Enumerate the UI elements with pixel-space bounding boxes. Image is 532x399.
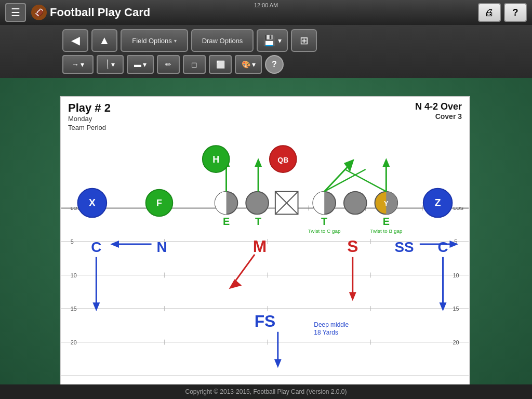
toolbar-row-2: → ▾ ╱ ▾ ▬ ▾ ✏ ◻ ⬜ 🎨 ▾ ? [62, 55, 470, 74]
draw-options-button[interactable]: Draw Options [191, 29, 254, 52]
add-play-button[interactable]: ⊞ [291, 29, 317, 52]
app-logo: 🏈 Football Play Card [31, 5, 150, 20]
print-icon: 🖨 [485, 7, 494, 18]
toolbar-row-1: ◀ ▲ Field Options ▾ Draw Options 💾 ▾ ⊞ [62, 29, 470, 52]
svg-line-56 [324, 169, 365, 192]
image-tool-button[interactable]: ⬜ [209, 55, 232, 74]
svg-text:15: 15 [71, 305, 77, 312]
color-dropdown-icon: ▾ [252, 60, 256, 69]
svg-marker-85 [440, 302, 447, 311]
shape-tool-button[interactable]: ▬ ▾ [127, 55, 154, 74]
svg-text:M: M [253, 237, 267, 256]
add-icon: ⊞ [300, 34, 309, 47]
line-dropdown-icon: ▾ [111, 60, 115, 69]
help-button-top[interactable]: ? [504, 3, 527, 22]
svg-text:Twist to B gap: Twist to B gap [370, 228, 403, 234]
app-title: Football Play Card [50, 6, 150, 19]
field-options-label: Field Options [132, 37, 172, 45]
svg-text:C: C [91, 239, 101, 255]
eraser-icon: ◻ [191, 60, 197, 69]
top-bar: ☰ 🏈 Football Play Card 12:00 AM 🖨 ? [0, 0, 532, 25]
field-diagram: LOS 5 10 15 20 LOS 5 10 15 20 Y E T [61, 97, 469, 386]
time-display: 12:00 AM [254, 2, 278, 8]
draw-options-label: Draw Options [202, 37, 243, 45]
line-tool-button[interactable]: ╱ ▾ [97, 55, 124, 74]
svg-text:X: X [89, 197, 96, 208]
redo-icon: ▲ [99, 34, 110, 47]
svg-text:10: 10 [453, 272, 459, 278]
undo-button[interactable]: ◀ [62, 29, 88, 52]
svg-text:Twist to C gap: Twist to C gap [308, 228, 341, 234]
svg-line-78 [234, 255, 255, 283]
play-card: Play # 2 Monday Team Period N 4-2 Over C… [60, 96, 470, 387]
svg-text:5: 5 [71, 238, 74, 245]
svg-text:E: E [383, 216, 390, 227]
undo-icon: ◀ [71, 34, 80, 47]
svg-text:T: T [255, 216, 261, 227]
question-icon: ? [513, 7, 518, 18]
svg-marker-55 [382, 158, 390, 167]
svg-text:F: F [156, 198, 162, 208]
field-options-dropdown-icon: ▾ [174, 38, 177, 44]
print-button[interactable]: 🖨 [478, 3, 501, 22]
svg-text:Z: Z [435, 197, 441, 208]
svg-text:15: 15 [453, 305, 459, 312]
svg-line-52 [324, 164, 350, 192]
logo-icon: 🏈 [31, 5, 47, 20]
top-right-buttons: 🖨 ? [478, 3, 527, 22]
svg-text:LOS: LOS [453, 205, 463, 211]
svg-marker-81 [349, 292, 356, 301]
svg-text:N: N [156, 239, 167, 255]
field-options-button[interactable]: Field Options ▾ [121, 29, 188, 52]
svg-marker-79 [229, 279, 242, 289]
arrow-tool-button[interactable]: → ▾ [62, 55, 94, 74]
toolbar-area: ◀ ▲ Field Options ▾ Draw Options 💾 ▾ ⊞ →… [0, 25, 532, 78]
menu-button[interactable]: ☰ [5, 3, 26, 22]
svg-text:FS: FS [255, 312, 276, 330]
svg-marker-51 [255, 158, 262, 167]
help-button[interactable]: ? [265, 55, 284, 74]
palette-icon: 🎨 [242, 60, 250, 69]
save-dropdown-icon: ▾ [278, 36, 282, 45]
svg-text:T: T [321, 216, 327, 227]
svg-point-34 [246, 192, 269, 215]
svg-point-39 [344, 192, 367, 215]
image-icon: ⬜ [216, 60, 225, 69]
svg-text:18 Yards: 18 Yards [314, 329, 338, 336]
svg-marker-90 [274, 359, 282, 368]
svg-text:20: 20 [453, 339, 459, 345]
svg-text:Deep middle: Deep middle [314, 321, 349, 328]
menu-icon: ☰ [11, 6, 20, 19]
arrow-right-icon: → [72, 60, 79, 69]
shape-icon: ▬ [134, 60, 141, 69]
svg-marker-75 [92, 302, 100, 311]
arrow-dropdown-icon: ▾ [81, 60, 84, 69]
svg-line-57 [345, 169, 386, 192]
save-button[interactable]: 💾 ▾ [257, 29, 288, 52]
svg-text:QB: QB [277, 156, 288, 164]
svg-text:S: S [347, 237, 358, 256]
svg-text:SS: SS [395, 239, 414, 255]
footer: Copyright © 2013-2015, Football Play Car… [0, 384, 532, 399]
color-tool-button[interactable]: 🎨 ▾ [235, 55, 262, 74]
redo-button[interactable]: ▲ [91, 29, 117, 52]
copyright-text: Copyright © 2013-2015, Football Play Car… [185, 388, 347, 395]
shape-dropdown-icon: ▾ [143, 60, 147, 69]
svg-text:E: E [223, 216, 230, 227]
svg-text:20: 20 [71, 339, 77, 345]
line-icon: ╱ [104, 60, 112, 69]
svg-text:H: H [212, 154, 219, 165]
help-icon: ? [272, 60, 277, 69]
pencil-icon: ✏ [165, 60, 171, 69]
pencil-tool-button[interactable]: ✏ [157, 55, 180, 74]
svg-text:C: C [437, 239, 448, 255]
svg-text:Y: Y [384, 200, 389, 207]
save-icon: 💾 [263, 34, 276, 47]
svg-text:10: 10 [71, 272, 77, 278]
eraser-tool-button[interactable]: ◻ [183, 55, 206, 74]
